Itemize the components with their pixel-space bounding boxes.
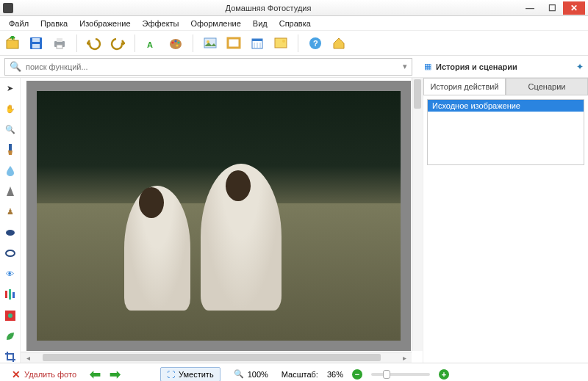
search-icon: 🔍 (10, 61, 21, 72)
search-box[interactable]: 🔍 ▾ (4, 58, 412, 76)
svg-rect-5 (57, 38, 62, 42)
delete-label: Удалить фото (24, 370, 76, 379)
svg-rect-6 (57, 45, 62, 48)
left-toolbox: ➤ ✋ 🔍 ♟ 👁 (0, 78, 21, 363)
home-icon[interactable] (331, 35, 347, 51)
svg-point-11 (177, 41, 179, 43)
print-icon[interactable] (51, 35, 68, 51)
svg-point-12 (176, 44, 178, 46)
menu-image[interactable]: Изображение (75, 18, 135, 29)
svg-point-10 (174, 40, 176, 42)
history-panel-title: История и сценарии (436, 62, 517, 71)
fit-button[interactable]: ⛶ Уместить (160, 367, 220, 382)
svg-point-22 (282, 40, 285, 43)
app-icon (3, 3, 13, 13)
maximize-button[interactable]: ☐ (541, 1, 563, 15)
menubar: Файл Правка Изображение Эффекты Оформлен… (0, 16, 588, 31)
scale-label: Масштаб: (282, 370, 318, 379)
eye-tool-icon[interactable]: 👁 (4, 268, 17, 280)
postcard-icon[interactable] (273, 35, 289, 51)
canvas-frame (26, 81, 411, 351)
close-button[interactable]: ✕ (563, 1, 585, 15)
prev-button[interactable]: ⬅ (90, 366, 101, 382)
palette-icon[interactable] (168, 35, 184, 51)
menu-file[interactable]: Файл (4, 18, 33, 29)
main-toolbar: A ? (0, 31, 588, 56)
tab-scenarios[interactable]: Сценарии (506, 78, 588, 95)
zoom-100-icon: 🔍 (234, 369, 244, 379)
svg-rect-3 (32, 44, 40, 48)
svg-rect-13 (204, 38, 216, 48)
brush-tool-icon[interactable] (4, 144, 17, 156)
tab-history[interactable]: История действий (423, 78, 506, 95)
canvas-area: ◂ ▸ (21, 78, 423, 363)
delete-icon: ✕ (12, 369, 21, 380)
titlebar: Домашняя Фотостудия — ☐ ✕ (0, 0, 588, 16)
zoom-tool-icon[interactable]: 🔍 (4, 123, 17, 135)
menu-view[interactable]: Вид (248, 18, 272, 29)
svg-text:?: ? (313, 39, 318, 48)
svg-point-27 (6, 250, 15, 256)
calendar-icon[interactable] (249, 35, 265, 51)
menu-design[interactable]: Оформление (187, 18, 245, 29)
svg-point-32 (8, 313, 12, 318)
history-panel: История действий Сценарии Исходное изобр… (423, 78, 588, 363)
help-icon[interactable]: ? (307, 35, 323, 51)
svg-rect-29 (9, 289, 11, 300)
hand-tool-icon[interactable]: ✋ (4, 103, 17, 115)
picture-icon[interactable] (202, 35, 218, 51)
sharpen-tool-icon[interactable] (4, 186, 17, 197)
menu-effects[interactable]: Эффекты (138, 18, 184, 29)
menu-edit[interactable]: Правка (36, 18, 72, 29)
svg-rect-21 (275, 38, 287, 48)
search-input[interactable] (26, 62, 398, 71)
svg-rect-2 (32, 38, 40, 42)
svg-rect-30 (12, 292, 15, 298)
open-icon[interactable] (4, 35, 21, 51)
dropdown-arrow-icon[interactable]: ▾ (403, 62, 407, 71)
redo-icon[interactable] (110, 35, 126, 51)
darken-tool-icon[interactable] (4, 227, 17, 239)
svg-rect-25 (9, 144, 12, 150)
horizontal-scrollbar[interactable]: ◂ ▸ (21, 352, 412, 363)
canvas-viewport[interactable]: ◂ ▸ (21, 78, 423, 363)
frame-icon[interactable] (226, 35, 242, 51)
lighten-tool-icon[interactable] (4, 247, 17, 259)
fit-label: Уместить (179, 370, 214, 379)
svg-rect-17 (252, 39, 262, 41)
scale-value: 36% (327, 370, 343, 379)
levels-tool-icon[interactable] (4, 289, 17, 300)
crop-tool-icon[interactable] (4, 351, 17, 363)
zoom-in-button[interactable]: + (439, 369, 449, 380)
zoom-slider[interactable] (371, 373, 430, 376)
svg-rect-28 (5, 291, 7, 298)
svg-text:A: A (147, 40, 153, 49)
menu-help[interactable]: Справка (275, 18, 315, 29)
clone-tool-icon[interactable]: ♟ (4, 206, 17, 218)
zoom-100-label: 100% (248, 370, 268, 379)
history-item[interactable]: Исходное изображение (428, 100, 584, 112)
svg-rect-15 (228, 38, 240, 48)
minimize-button[interactable]: — (519, 1, 541, 15)
fit-icon: ⛶ (167, 370, 175, 379)
delete-photo-button[interactable]: ✕ Удалить фото (7, 366, 81, 382)
blur-tool-icon[interactable] (4, 165, 17, 177)
undo-icon[interactable] (86, 35, 102, 51)
svg-point-26 (6, 230, 15, 236)
vertical-scrollbar[interactable] (412, 78, 423, 351)
save-icon[interactable] (28, 35, 44, 51)
history-panel-header: ▦ История и сценарии ✦ (417, 62, 584, 72)
effects-tool-icon[interactable] (4, 310, 17, 322)
next-button[interactable]: ➡ (110, 366, 121, 382)
photo-content[interactable] (37, 91, 401, 341)
collapse-icon[interactable]: ✦ (576, 62, 584, 72)
zoom-out-button[interactable]: − (352, 369, 362, 380)
history-list: Исходное изображение (427, 99, 584, 165)
svg-rect-0 (7, 40, 18, 48)
text-icon[interactable]: A (144, 35, 160, 51)
pointer-tool-icon[interactable]: ➤ (4, 82, 17, 94)
history-icon: ▦ (424, 62, 431, 71)
zoom-100-button[interactable]: 🔍 100% (229, 367, 273, 381)
leaf-tool-icon[interactable] (4, 330, 17, 342)
window-title: Домашняя Фотостудия (18, 4, 519, 12)
